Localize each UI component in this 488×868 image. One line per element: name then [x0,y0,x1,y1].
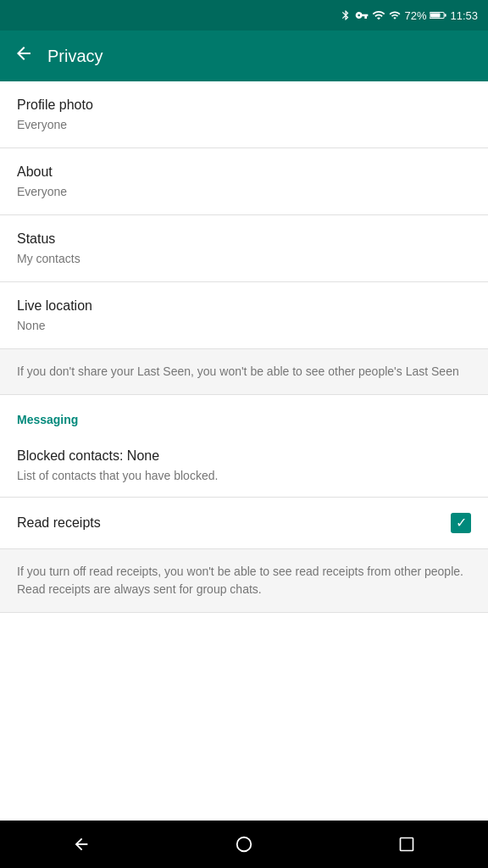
back-nav-button[interactable] [56,827,107,861]
profile-photo-subtitle: Everyone [17,117,471,132]
live-location-subtitle: None [17,318,471,333]
messaging-section-header: Messaging [0,395,488,434]
svg-rect-2 [445,14,446,17]
read-receipts-checkbox[interactable]: ✓ [451,513,471,533]
svg-rect-1 [431,14,441,18]
svg-rect-4 [401,838,413,851]
status-subtitle: My contacts [17,251,471,266]
key-icon [355,8,369,22]
status-bar: 72% 11:53 [0,0,488,31]
read-receipts-label: Read receipts [17,515,101,531]
page-title: Privacy [47,47,103,66]
read-receipts-info-text: If you turn off read receipts, you won't… [17,563,471,598]
status-item[interactable]: Status My contacts [0,215,488,282]
battery-icon [430,9,446,21]
profile-photo-title: Profile photo [17,97,471,114]
home-nav-button[interactable] [219,827,269,861]
bluetooth-icon [340,8,352,23]
nav-bar [0,821,488,868]
read-receipts-info-box: If you turn off read receipts, you won't… [0,549,488,613]
blocked-contacts-item[interactable]: Blocked contacts: None List of contacts … [0,434,488,498]
about-item[interactable]: About Everyone [0,148,488,215]
status-title: Status [17,231,471,248]
blocked-contacts-subtitle: List of contacts that you have blocked. [17,468,471,483]
content-area: Profile photo Everyone About Everyone St… [0,81,488,821]
last-seen-info-text: If you don't share your Last Seen, you w… [17,363,471,381]
about-subtitle: Everyone [17,184,471,199]
last-seen-info-box: If you don't share your Last Seen, you w… [0,349,488,395]
status-icons: 72% 11:53 [340,8,478,23]
wifi-icon [372,8,385,22]
profile-photo-item[interactable]: Profile photo Everyone [0,81,488,148]
about-title: About [17,164,471,181]
read-receipts-item[interactable]: Read receipts ✓ [0,498,488,549]
back-button[interactable] [14,43,34,69]
signal-icon [389,8,401,22]
battery-percent: 72% [404,9,426,22]
svg-point-3 [237,837,252,852]
messaging-label: Messaging [17,413,78,426]
time: 11:53 [450,9,478,22]
live-location-item[interactable]: Live location None [0,282,488,349]
live-location-title: Live location [17,298,471,315]
checkmark-icon: ✓ [456,516,467,530]
blocked-contacts-title: Blocked contacts: None [17,448,471,465]
recents-nav-button[interactable] [381,827,432,861]
app-bar: Privacy [0,31,488,81]
